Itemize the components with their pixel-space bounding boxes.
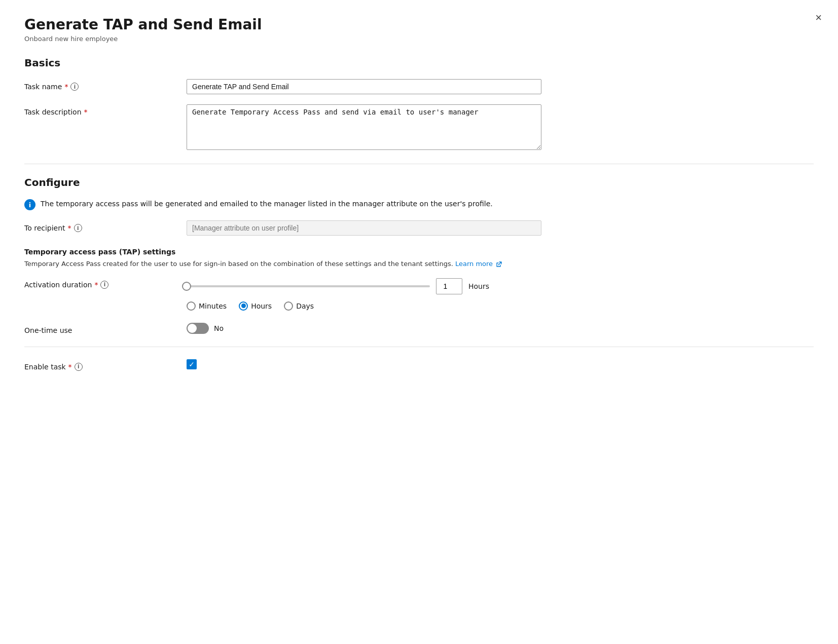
to-recipient-input [187, 220, 541, 236]
radio-hours-inner [241, 304, 246, 308]
radio-hours-label: Hours [251, 302, 272, 310]
toggle-thumb [188, 324, 197, 333]
close-button[interactable]: × [815, 12, 822, 23]
info-banner-icon: i [24, 199, 35, 210]
activation-duration-row: Activation duration * i Hours [24, 278, 814, 313]
slider-value-input[interactable] [439, 282, 459, 290]
radio-minutes-label: Minutes [199, 302, 227, 310]
task-description-input[interactable] [187, 104, 541, 150]
radio-minutes[interactable]: Minutes [187, 301, 227, 311]
task-name-control [187, 79, 541, 94]
to-recipient-row: To recipient * i [24, 220, 814, 236]
radio-days-label: Days [296, 302, 314, 310]
enable-task-label: Enable task * i [24, 359, 187, 371]
slider-value-box [436, 278, 462, 294]
enable-task-required: * [68, 363, 72, 371]
configure-heading: Configure [24, 176, 814, 188]
enable-task-checkbox[interactable]: ✓ [187, 359, 197, 369]
task-description-row: Task description * [24, 104, 814, 151]
to-recipient-info-icon[interactable]: i [74, 224, 82, 232]
info-banner-text: The temporary access pass will be genera… [41, 199, 493, 209]
one-time-use-row: One-time use No [24, 323, 814, 334]
external-link-icon [496, 261, 502, 268]
basics-heading: Basics [24, 57, 814, 69]
activation-controls: Hours Minutes Hours [187, 278, 814, 313]
one-time-use-label: One-time use [24, 323, 187, 334]
activation-slider[interactable] [187, 285, 430, 287]
task-name-label: Task name * i [24, 79, 187, 91]
task-description-label: Task description * [24, 104, 187, 116]
task-name-info-icon[interactable]: i [70, 83, 79, 91]
radio-days-outer[interactable] [284, 301, 293, 311]
radio-minutes-outer[interactable] [187, 301, 196, 311]
enable-task-info-icon[interactable]: i [75, 363, 83, 371]
slider-row: Hours [187, 278, 814, 294]
panel-subtitle: Onboard new hire employee [24, 35, 814, 43]
hours-label: Hours [468, 282, 489, 290]
tap-section: Temporary access pass (TAP) settings Tem… [24, 248, 814, 334]
learn-more-link[interactable]: Learn more [455, 260, 493, 268]
tap-settings-title: Temporary access pass (TAP) settings [24, 248, 814, 256]
tap-settings-desc: Temporary Access Pass created for the us… [24, 259, 814, 269]
task-name-row: Task name * i [24, 79, 814, 94]
enable-task-control: ✓ [187, 359, 541, 369]
to-recipient-label: To recipient * i [24, 220, 187, 232]
activation-duration-label: Activation duration * i [24, 278, 187, 289]
info-banner: i The temporary access pass will be gene… [24, 199, 814, 210]
radio-days[interactable]: Days [284, 301, 314, 311]
radio-hours-outer[interactable] [239, 301, 248, 311]
task-description-control [187, 104, 541, 151]
time-unit-radio-group: Minutes Hours Days [187, 301, 814, 311]
one-time-use-toggle[interactable] [187, 323, 209, 334]
activation-required: * [94, 281, 98, 289]
one-time-use-status: No [214, 324, 224, 332]
task-name-input[interactable] [187, 79, 541, 94]
checkmark-icon: ✓ [189, 361, 195, 368]
to-recipient-required: * [68, 224, 71, 232]
bottom-divider [24, 347, 814, 347]
task-name-required: * [64, 83, 68, 91]
enable-task-row: Enable task * i ✓ [24, 359, 814, 371]
panel-title: Generate TAP and Send Email [24, 16, 814, 33]
task-description-required: * [84, 108, 88, 116]
to-recipient-control [187, 220, 541, 236]
slider-thumb[interactable] [182, 282, 191, 291]
section-divider [24, 164, 814, 164]
panel: × Generate TAP and Send Email Onboard ne… [0, 0, 838, 644]
radio-hours[interactable]: Hours [239, 301, 272, 311]
one-time-use-control: No [187, 323, 541, 334]
activation-info-icon[interactable]: i [100, 281, 108, 289]
toggle-row: No [187, 323, 541, 334]
